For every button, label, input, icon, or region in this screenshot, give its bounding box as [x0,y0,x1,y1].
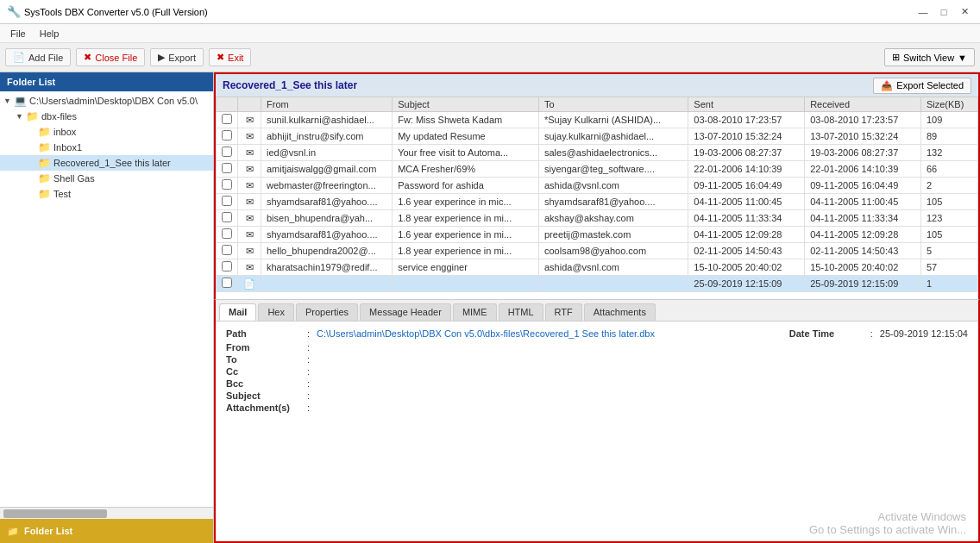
row-checkbox[interactable] [217,194,238,210]
attachment-row: Attachment(s) : [226,403,968,413]
tree-folder-icon: 📁 [38,172,51,184]
menu-file[interactable]: File [3,27,33,41]
row-received: 15-10-2005 20:40:02 [805,259,921,276]
row-checkbox[interactable] [217,112,238,128]
main-layout: Folder List ▼ 💻 C:\Users\admin\Desktop\D… [0,72,980,543]
row-checkbox[interactable] [217,145,238,161]
tree-label: inbox [53,127,76,137]
email-table-container[interactable]: From Subject To Sent Received Size(KB) ✉… [214,97,980,299]
row-email-icon: ✉ [238,178,261,194]
table-row[interactable]: ✉ kharatsachin1979@redif... service engg… [217,259,978,276]
col-sent[interactable]: Sent [688,97,805,112]
exit-button[interactable]: ✖ Exit [209,48,251,66]
sidebar-item-shellgas[interactable]: 📁 Shell Gas [0,171,213,186]
path-value: C:\Users\admin\Desktop\DBX Con v5.0\dbx-… [317,328,655,339]
col-checkbox[interactable] [217,97,238,112]
col-size[interactable]: Size(KB) [920,97,977,112]
minimize-button[interactable]: — [914,3,932,21]
row-from: kharatsachin1979@redif... [261,259,393,276]
col-received[interactable]: Received [805,97,921,112]
table-row[interactable]: ✉ hello_bhupendra2002@... 1.8 year exper… [217,243,978,259]
sidebar-item-root[interactable]: ▼ 💻 C:\Users\admin\Desktop\DBX Con v5.0\ [0,93,213,109]
row-sent: 03-08-2010 17:23:57 [688,112,805,128]
row-subject: 1.6 year experience in mi... [393,227,539,243]
tree-folder-icon: 📁 [38,141,51,153]
folder-list-bottom[interactable]: 📁 Folder List [0,519,213,543]
row-size: 105 [920,194,977,210]
sidebar-item-inbox[interactable]: 📁 inbox [0,124,213,140]
table-row[interactable]: ✉ shyamdsaraf81@yahoo.... 1.6 year exper… [217,194,978,210]
row-subject: service engginer [393,259,539,276]
table-row[interactable]: ✉ bisen_bhupendra@yah... 1.8 year experi… [217,210,978,227]
export-selected-button[interactable]: 📤 Export Selected [873,78,971,94]
row-received: 03-08-2010 17:23:57 [805,112,921,128]
row-to: siyengar@teg_software.... [538,161,688,178]
preview-tab-html[interactable]: HTML [499,303,543,321]
row-checkbox[interactable] [217,276,238,292]
row-received: 04-11-2005 11:00:45 [805,194,921,210]
row-received: 19-03-2006 08:27:37 [805,145,921,161]
table-row[interactable]: ✉ sunil.kulkarni@ashidael... Fw: Miss Sh… [217,112,978,128]
row-subject: Your free visit to Automa... [393,145,539,161]
col-to[interactable]: To [538,97,688,112]
menu-help[interactable]: Help [33,27,66,41]
row-checkbox[interactable] [217,227,238,243]
preview-tab-attachments[interactable]: Attachments [584,303,656,321]
row-from: sunil.kulkarni@ashidael... [261,112,393,128]
row-subject [393,276,539,292]
sidebar-item-dbxfiles[interactable]: ▼ 📁 dbx-files [0,109,213,124]
row-email-icon: ✉ [238,145,261,161]
table-row[interactable]: ✉ ied@vsnl.in Your free visit to Automa.… [217,145,978,161]
row-checkbox[interactable] [217,178,238,194]
row-checkbox[interactable] [217,210,238,227]
preview-panel: MailHexPropertiesMessage HeaderMIMEHTMLR… [214,299,980,543]
row-checkbox[interactable] [217,259,238,276]
title-bar: 🔧 SysTools DBX Converter v5.0 (Full Vers… [0,0,980,24]
tree-folder-icon: 📁 [26,110,39,122]
row-from: ied@vsnl.in [261,145,393,161]
export-selected-icon: 📤 [881,80,893,91]
row-email-icon: ✉ [238,227,261,243]
table-row[interactable]: ✉ shyamdsaraf81@yahoo.... 1.6 year exper… [217,227,978,243]
maximize-button[interactable]: □ [935,3,952,21]
table-row[interactable]: ✉ abhijit_instru@sify.com My updated Res… [217,128,978,145]
row-received: 02-11-2005 14:50:43 [805,243,921,259]
row-from: webmaster@freerington... [261,178,393,194]
preview-tab-mime[interactable]: MIME [453,303,497,321]
preview-tab-properties[interactable]: Properties [296,303,358,321]
col-subject[interactable]: Subject [393,97,539,112]
preview-tab-mail[interactable]: Mail [219,303,256,321]
title-bar-controls: — □ ✕ [914,3,973,21]
row-checkbox[interactable] [217,128,238,145]
preview-tab-rtf[interactable]: RTF [545,303,582,321]
path-label: Path [226,328,304,339]
row-checkbox[interactable] [217,161,238,178]
sidebar-item-test[interactable]: 📁 Test [0,186,213,202]
add-file-button[interactable]: 📄 Add File [5,48,71,66]
row-from [261,276,393,292]
subject-row: Subject : [226,390,968,401]
row-to: sales@ashidaelectronics... [538,145,688,161]
table-row[interactable]: ✉ webmaster@freerington... Password for … [217,178,978,194]
row-size: 1 [920,276,977,292]
preview-tab-hex[interactable]: Hex [258,303,294,321]
row-checkbox[interactable] [217,243,238,259]
tree-folder-icon: 💻 [14,95,27,107]
sidebar-tree[interactable]: ▼ 💻 C:\Users\admin\Desktop\DBX Con v5.0\… [0,91,213,507]
table-row[interactable]: ✉ amitjaiswalgg@gmail.com MCA Fresher/69… [217,161,978,178]
table-row[interactable]: 📄 25-09-2019 12:15:09 25-09-2019 12:15:0… [217,276,978,292]
export-button[interactable]: ▶ Export [150,48,204,66]
row-to: ashida@vsnl.com [538,178,688,194]
content-area: Recovered_1_See this later 📤 Export Sele… [214,72,980,543]
sidebar-item-recovered[interactable]: 📁 Recovered_1_See this later [0,155,213,171]
close-file-button[interactable]: ✖ Close File [76,48,145,66]
preview-tab-message-header[interactable]: Message Header [360,303,451,321]
row-to: akshay@akshay.com [538,210,688,227]
row-subject: MCA Fresher/69% [393,161,539,178]
col-from[interactable]: From [261,97,393,112]
table-header-row: From Subject To Sent Received Size(KB) [217,97,978,112]
sidebar-item-inbox1[interactable]: 📁 Inbox1 [0,140,213,155]
switch-view-button[interactable]: ⊞ Switch View ▼ [884,48,975,66]
close-button[interactable]: ✕ [956,3,973,21]
datetime-label: Date Time [789,328,867,339]
